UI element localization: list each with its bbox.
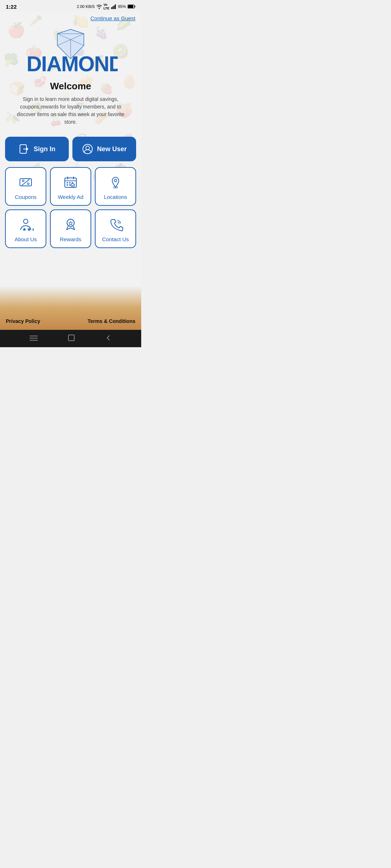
status-icons: 2.00 KB/S VoLTE 85%: [77, 3, 135, 10]
svg-point-76: [67, 219, 74, 226]
logo-area: DIAMOND: [0, 24, 141, 78]
menu-icon[interactable]: [30, 335, 38, 343]
sign-in-icon: [18, 143, 30, 155]
calendar-icon: [63, 174, 79, 190]
svg-point-60: [28, 183, 29, 185]
weekly-ad-label: Weekly Ad: [58, 194, 84, 200]
svg-rect-6: [128, 5, 133, 8]
new-user-icon: [82, 143, 93, 155]
location-icon: [108, 174, 123, 190]
sign-in-label: Sign In: [34, 145, 55, 153]
svg-rect-5: [135, 6, 135, 8]
svg-point-74: [24, 219, 28, 224]
grid-row-2: ★★★ About Us Rewards Contact Us: [5, 209, 136, 248]
contact-us-button[interactable]: Contact Us: [95, 209, 136, 248]
contact-us-label: Contact Us: [102, 236, 129, 242]
svg-point-72: [114, 179, 117, 182]
locations-label: Locations: [104, 194, 127, 200]
svg-point-59: [22, 180, 24, 182]
svg-rect-69: [67, 184, 68, 186]
svg-point-71: [71, 183, 75, 187]
volte-icon: VoLTE: [104, 3, 109, 10]
svg-rect-2: [114, 5, 115, 9]
svg-line-61: [22, 179, 29, 185]
svg-text:★★★: ★★★: [22, 226, 34, 232]
battery-icon: [127, 4, 135, 9]
welcome-section: Welcome Sign in to learn more about digi…: [0, 78, 141, 132]
new-user-label: New User: [97, 145, 127, 153]
welcome-description: Sign in to learn more about digital savi…: [11, 95, 130, 126]
footer: Privacy Policy Terms & Conditions: [0, 286, 141, 330]
continue-as-guest-link[interactable]: Continue as Guest: [91, 15, 135, 21]
svg-rect-66: [67, 182, 68, 183]
sign-in-button[interactable]: Sign In: [5, 137, 69, 161]
about-us-label: About Us: [14, 236, 37, 242]
svg-rect-70: [69, 184, 71, 186]
rewards-label: Rewards: [60, 236, 81, 242]
grid-row-1: Coupons Weekly Ad: [5, 167, 136, 206]
action-buttons: Sign In New User: [0, 132, 141, 165]
main-background: 🍎 🥕 🫑 🍋 🍇 🌽 🥦 🍅 🥑 🫐 🍊 🥝 🍞 🥩 🥛 🧀 🍓 🥚 🫒 🥬 …: [0, 12, 141, 286]
network-speed: 2.00 KB/S: [77, 4, 95, 9]
status-time: 1:22: [6, 4, 17, 10]
terms-conditions-link[interactable]: Terms & Conditions: [88, 318, 135, 324]
rewards-button[interactable]: Rewards: [50, 209, 91, 248]
status-bar: 1:22 2.00 KB/S VoLTE 85%: [0, 0, 141, 12]
top-link-row: Continue as Guest: [0, 12, 141, 24]
battery-percentage: 85%: [118, 4, 126, 9]
home-icon[interactable]: [68, 334, 75, 343]
about-us-button[interactable]: ★★★ About Us: [5, 209, 46, 248]
svg-rect-81: [68, 335, 74, 341]
svg-rect-0: [111, 7, 112, 9]
weekly-ad-button[interactable]: Weekly Ad: [50, 167, 91, 206]
svg-rect-3: [115, 4, 116, 9]
new-user-button[interactable]: New User: [72, 137, 136, 161]
nav-bar: [0, 330, 141, 347]
coupon-icon: [18, 174, 34, 190]
phone-icon: [108, 217, 123, 233]
signal-icon: [111, 4, 117, 9]
diamond-logo: DIAMOND: [24, 28, 118, 75]
coupons-label: Coupons: [15, 194, 37, 200]
svg-point-57: [86, 146, 89, 150]
svg-text:DIAMOND: DIAMOND: [26, 52, 118, 75]
wifi-icon: [96, 4, 102, 9]
svg-rect-1: [112, 7, 113, 9]
svg-marker-77: [69, 221, 72, 225]
coupons-button[interactable]: Coupons: [5, 167, 46, 206]
locations-button[interactable]: Locations: [95, 167, 136, 206]
privacy-policy-link[interactable]: Privacy Policy: [6, 318, 40, 324]
ribbon-icon: [63, 217, 79, 233]
grid-section: Coupons Weekly Ad: [0, 165, 141, 255]
svg-rect-67: [69, 182, 71, 183]
welcome-title: Welcome: [11, 81, 130, 92]
back-icon[interactable]: [105, 335, 112, 343]
person-star-icon: ★★★: [18, 217, 34, 233]
